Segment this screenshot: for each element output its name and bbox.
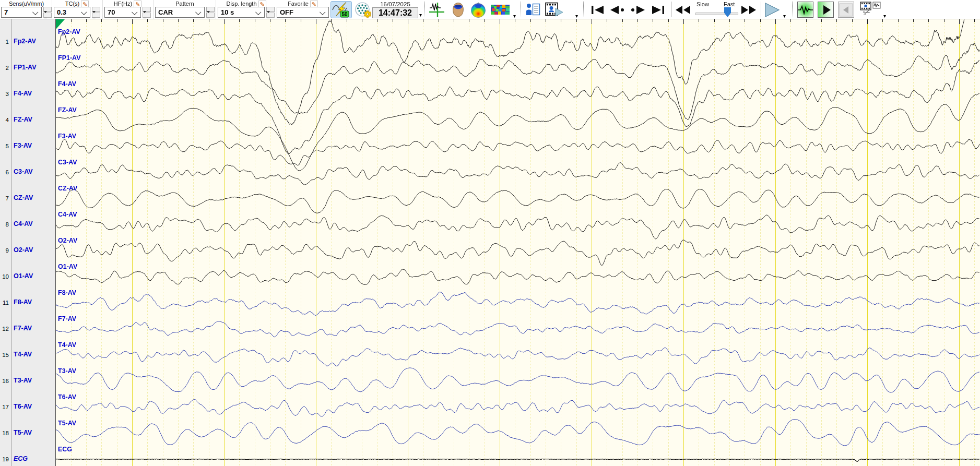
channel-row[interactable]: 16T3-AV — [0, 377, 55, 386]
fast-forward-icon — [740, 5, 757, 15]
channel-number: 8 — [0, 221, 9, 228]
step-forward-icon — [630, 5, 646, 15]
chevron-down-icon — [320, 9, 325, 15]
cut-video-dropdown-arrow-icon[interactable]: ▾ — [883, 14, 886, 19]
channel-row[interactable]: 19ECG — [0, 455, 55, 464]
channel-number: 16 — [0, 378, 9, 384]
current-date: 16/07/2025 — [372, 1, 418, 7]
slider-fast-label: Fast — [724, 1, 735, 7]
channel-label: Fp2-AV — [14, 38, 36, 45]
channel-row[interactable]: 15T4-AV — [0, 351, 55, 360]
pattern-spinner — [206, 7, 215, 18]
edit-pencil-icon[interactable]: ✎ — [134, 1, 141, 7]
channel-row[interactable]: 4FZ-AV — [0, 116, 55, 125]
channel-label: C3-AV — [14, 168, 33, 175]
spectrogram-icon — [491, 5, 510, 15]
channel-row[interactable]: 6C3-AV — [0, 168, 55, 177]
waveform-icon — [798, 5, 813, 15]
video-button[interactable] — [544, 1, 564, 18]
cursor-marker-button[interactable] — [428, 1, 445, 18]
channel-label: FP1-AV — [14, 64, 37, 71]
channel-row[interactable]: 11F8-AV — [0, 298, 55, 308]
notch-filter-icon: 50 — [332, 2, 351, 18]
spectrogram-dropdown-arrow-icon[interactable]: ▾ — [513, 14, 516, 19]
channel-number: 2 — [0, 65, 9, 71]
topography-button[interactable] — [469, 1, 488, 18]
speed-slider-track[interactable] — [695, 13, 738, 15]
previous-segment-button[interactable] — [838, 2, 854, 18]
disp_length-spin-down-button[interactable] — [266, 13, 275, 18]
trace-channel-label: F3-AV — [58, 133, 76, 140]
hf-combo[interactable]: 70 — [104, 7, 141, 18]
edit-pencil-icon[interactable]: ✎ — [310, 1, 318, 7]
fast-forward-button[interactable] — [739, 1, 758, 18]
play-button[interactable] — [763, 1, 781, 18]
chevron-down-icon — [195, 9, 201, 15]
toolbar: Sens(uV/mm)7TC(s)✎0.3HF(Hz)✎70PatternCAR… — [0, 0, 980, 19]
play-dropdown-arrow-icon[interactable]: ▾ — [783, 14, 786, 19]
favorite-label-text: Favorite — [288, 1, 309, 7]
triangle-down-icon — [267, 11, 270, 22]
trace-channel-label: C3-AV — [58, 159, 77, 166]
trace-channel-label: F8-AV — [58, 289, 76, 296]
video-dropdown-arrow-icon[interactable]: ▾ — [575, 14, 578, 19]
montage-setup-button[interactable] — [353, 1, 372, 18]
channel-number: 18 — [0, 430, 9, 436]
current-time[interactable]: 14:47:32 — [372, 7, 418, 18]
edit-pencil-icon[interactable]: ✎ — [81, 1, 89, 7]
channel-number: 11 — [0, 300, 9, 306]
speed-slider-thumb[interactable] — [724, 7, 731, 17]
trace-channel-label: O2-AV — [58, 237, 77, 244]
channel-row[interactable]: 18T5-AV — [0, 429, 55, 438]
tc-combo[interactable]: 0.3 — [54, 7, 90, 18]
disp_length-spinner — [266, 7, 275, 18]
channel-row[interactable]: 9O2-AV — [0, 246, 55, 256]
favorite-combo[interactable]: OFF — [277, 7, 329, 18]
channel-row[interactable]: 5F3-AV — [0, 142, 55, 151]
skip-to-start-button[interactable] — [590, 1, 606, 18]
pattern-combo[interactable]: CAR — [155, 7, 205, 18]
electrode-map-icon — [355, 2, 372, 18]
review-waveform-button[interactable] — [797, 2, 813, 18]
video-icon — [545, 2, 564, 17]
channel-row[interactable]: 2FP1-AV — [0, 64, 55, 73]
step-forward-button[interactable] — [629, 1, 647, 18]
skip-to-end-button[interactable] — [650, 1, 666, 18]
pattern-label: Pattern — [155, 1, 215, 7]
tc-value: 0.3 — [54, 8, 81, 16]
sens-spin-down-button[interactable] — [43, 13, 52, 18]
sens-combo[interactable]: 7 — [1, 7, 42, 18]
channel-row[interactable]: 7CZ-AV — [0, 194, 55, 204]
pattern-label-text: Pattern — [175, 1, 194, 7]
pattern-spin-down-button[interactable] — [206, 13, 215, 18]
tc-spin-down-button[interactable] — [92, 13, 100, 18]
channel-row[interactable]: 17T6-AV — [0, 403, 55, 412]
notch-filter-button[interactable]: 50 — [330, 1, 352, 18]
datetime-dropdown-arrow-icon[interactable]: ▾ — [419, 13, 422, 18]
play-segment-button[interactable] — [818, 2, 834, 18]
step-back-icon — [609, 5, 625, 15]
channel-row[interactable]: 12F7-AV — [0, 325, 55, 334]
channel-row[interactable]: 10O1-AV — [0, 272, 55, 282]
favorite-group: Favorite✎OFF — [277, 0, 329, 19]
disp_length-combo[interactable]: 10 s — [218, 7, 265, 18]
head-model-button[interactable] — [448, 1, 467, 18]
hf-spin-down-button[interactable] — [143, 13, 151, 18]
edit-pencil-icon[interactable]: ✎ — [258, 1, 266, 7]
rewind-button[interactable] — [674, 1, 692, 18]
notch-frequency-badge: 50 — [341, 11, 348, 17]
channel-row[interactable]: 3F4-AV — [0, 90, 55, 99]
sens-label-text: Sens(uV/mm) — [9, 1, 44, 7]
step-back-button[interactable] — [608, 1, 626, 18]
spectrogram-button[interactable] — [490, 1, 511, 18]
trace-channel-label: Fp2-AV — [58, 28, 80, 35]
cut-video-button[interactable]: ✂ — [859, 1, 882, 18]
hf-value: 70 — [105, 8, 132, 16]
channel-number: 6 — [0, 169, 9, 175]
channel-row[interactable]: 1Fp2-AV — [0, 38, 55, 47]
eeg-traces-canvas[interactable] — [56, 19, 980, 466]
hf-label: HF(Hz)✎ — [104, 1, 151, 7]
patient-info-button[interactable] — [525, 1, 541, 18]
channel-row[interactable]: 8C4-AV — [0, 220, 55, 230]
channel-label: F7-AV — [14, 325, 32, 332]
